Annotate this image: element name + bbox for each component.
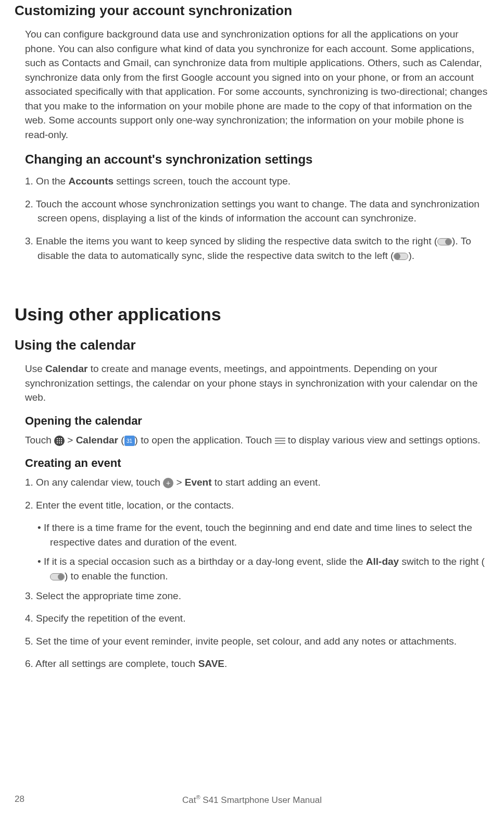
heading-using-other-apps: Using other applications	[15, 304, 489, 325]
step-1: 1. On the Accounts settings screen, touc…	[25, 174, 489, 189]
create-bullet-1: • If there is a time frame for the event…	[25, 521, 489, 549]
hamburger-menu-icon	[275, 436, 285, 445]
create-step-1: 1. On any calendar view, touch + > Event…	[25, 475, 489, 490]
intro-paragraph: You can configure background data use an…	[25, 27, 489, 142]
heading-customizing: Customizing your account synchronization	[15, 3, 489, 19]
toggle-off-icon	[394, 253, 408, 260]
heading-opening-calendar: Opening the calendar	[25, 414, 489, 428]
step-2: 2. Touch the account whose synchronizati…	[25, 197, 489, 226]
toggle-on-icon	[50, 573, 65, 580]
create-step-5: 5. Set the time of your event reminder, …	[25, 634, 489, 649]
page-footer: 28 Cat® S41 Smartphone User Manual	[0, 794, 504, 806]
heading-changing-settings: Changing an account's synchronization se…	[25, 152, 489, 167]
heading-using-calendar: Using the calendar	[15, 337, 489, 353]
calendar-icon: 31	[124, 436, 135, 446]
calendar-intro: Use Calendar to create and manage events…	[25, 362, 489, 405]
page-number: 28	[15, 794, 24, 804]
step-3: 3. Enable the items you want to keep syn…	[25, 234, 489, 263]
apps-grid-icon	[54, 436, 65, 446]
create-step-4: 4. Specify the repetition of the event.	[25, 611, 489, 626]
create-step-3: 3. Select the appropriate time zone.	[25, 589, 489, 603]
toggle-on-icon	[437, 238, 452, 245]
create-step-2: 2. Enter the event title, location, or t…	[25, 498, 489, 513]
create-bullet-2: • If it is a special occasion such as a …	[25, 554, 489, 583]
create-step-6: 6. After all settings are complete, touc…	[25, 657, 489, 671]
plus-icon: +	[163, 478, 173, 488]
opening-instructions: Touch > Calendar (31) to open the applic…	[25, 433, 489, 448]
heading-creating-event: Creating an event	[25, 456, 489, 470]
manual-title: Cat® S41 Smartphone User Manual	[0, 794, 504, 806]
